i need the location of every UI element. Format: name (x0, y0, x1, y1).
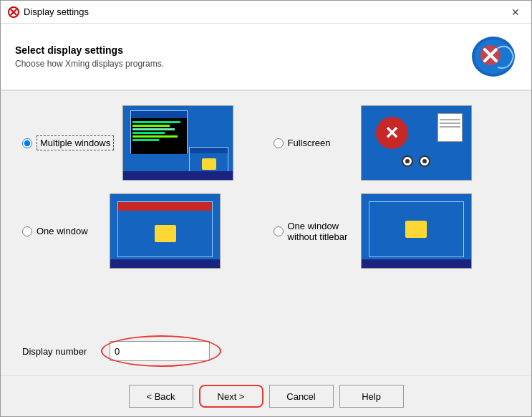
content-area: Multiple windows (1, 91, 531, 375)
header-section: Select display settings Choose how Xming… (1, 24, 531, 91)
preview-fullscreen: ✕ (361, 105, 472, 181)
header-subtitle: Choose how Xming displays programs. (15, 59, 164, 69)
label-fullscreen[interactable]: Fullscreen (288, 138, 331, 148)
header-text: Select display settings Choose how Xming… (15, 44, 164, 69)
next-button[interactable]: Next > (199, 385, 263, 408)
option-one-window-notitle: One windowwithout titlebar (274, 193, 511, 269)
preview-one-window (110, 193, 221, 269)
footer: < Back Next > Cancel Help (1, 375, 531, 416)
display-number-circle-decoration (110, 341, 210, 361)
fullscreen-eyes (402, 155, 430, 167)
left-column: Multiple windows (22, 105, 259, 324)
label-one-window-notitle[interactable]: One windowwithout titlebar (288, 221, 348, 242)
title-bar: Display settings ✕ (1, 1, 531, 24)
title-bar-left: Display settings (8, 6, 89, 18)
option-one-window: One window (22, 193, 259, 269)
preview-multiple-windows (122, 105, 233, 181)
display-settings-dialog: Display settings ✕ Select display settin… (0, 0, 532, 417)
option-multiple-windows: Multiple windows (22, 105, 259, 181)
preview-one-window-notitle (361, 193, 472, 269)
display-number-input[interactable] (110, 341, 210, 361)
radio-fullscreen[interactable] (274, 138, 284, 148)
close-button[interactable]: ✕ (507, 4, 524, 21)
radio-one-window-notitle[interactable] (274, 226, 284, 236)
cancel-button[interactable]: Cancel (269, 385, 334, 408)
help-button[interactable]: Help (339, 385, 404, 408)
display-number-label: Display number (22, 346, 101, 357)
right-column: Fullscreen ✕ (274, 105, 511, 324)
fullscreen-notepad (437, 113, 463, 142)
option-fullscreen: Fullscreen ✕ (274, 105, 511, 181)
header-title: Select display settings (15, 44, 164, 56)
label-multiple-windows[interactable]: Multiple windows (37, 135, 114, 150)
xming-logo (470, 35, 517, 78)
radio-one-window[interactable] (22, 226, 32, 236)
radio-multiple-windows[interactable] (22, 138, 32, 148)
fullscreen-x-logo: ✕ (376, 117, 408, 149)
title-bar-text: Display settings (24, 6, 89, 17)
label-one-window[interactable]: One window (37, 226, 88, 236)
back-button[interactable]: < Back (129, 385, 193, 408)
display-number-row: Display number (22, 341, 510, 361)
app-icon (8, 6, 19, 18)
options-grid: Multiple windows (22, 105, 510, 324)
